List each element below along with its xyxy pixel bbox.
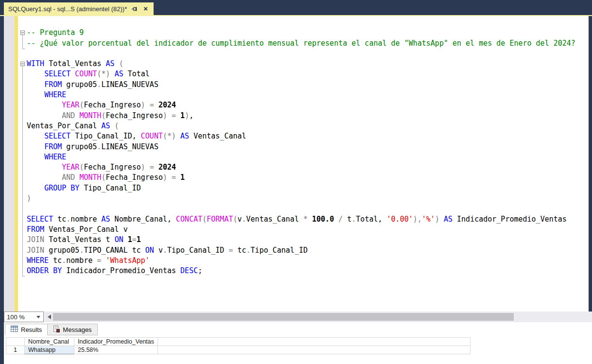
chevron-down-icon[interactable] xyxy=(36,316,40,318)
pin-icon[interactable] xyxy=(131,5,138,13)
code-line[interactable] xyxy=(27,204,589,214)
fold-end-tick xyxy=(22,276,25,277)
code-line[interactable]: SELECT Tipo_Canal_ID, COUNT(*) AS Ventas… xyxy=(27,131,589,141)
track-changes-bar xyxy=(15,16,18,312)
code-line[interactable]: AND MONTH(Fecha_Ingreso) = 1), xyxy=(27,111,589,121)
fold-guide-line xyxy=(22,35,23,49)
column-header-indicador[interactable]: Indicador_Promedio_Ventas xyxy=(74,338,158,346)
code-line[interactable]: Ventas_Por_Canal AS ( xyxy=(27,121,589,131)
code-line[interactable]: JOIN grupo05.TIPO_CANAL tc ON v.Tipo_Can… xyxy=(27,245,589,256)
cell-filler xyxy=(158,346,470,354)
code-line[interactable]: ) xyxy=(27,193,589,204)
code-line[interactable]: FROM grupo05.LINEAS_NUEVAS xyxy=(27,80,589,90)
code-line[interactable]: JOIN Total_Ventas t ON 1=1 xyxy=(27,235,589,245)
scroll-left-arrow-icon[interactable] xyxy=(45,312,53,322)
tab-results[interactable]: Results xyxy=(5,324,48,335)
code-line[interactable]: -- ¿Qué valor porcentual del indicador d… xyxy=(27,38,589,49)
collapse-minus-icon[interactable] xyxy=(20,62,25,66)
results-grid: Nombre_Canal Indicador_Promedio_Ventas 1… xyxy=(6,337,470,354)
sql-editor: -- Pregunta 9-- ¿Qué valor porcentual de… xyxy=(4,16,589,312)
zoom-level-label: 100 % xyxy=(7,313,25,321)
tab-results-label: Results xyxy=(21,326,42,333)
results-pane: Results Messages Nombre_Canal Indicador_… xyxy=(4,322,592,364)
close-icon[interactable]: × xyxy=(142,5,149,13)
code-surface[interactable]: -- Pregunta 9-- ¿Qué valor porcentual de… xyxy=(18,16,589,312)
document-tab-bar: SQLQuery1.sql - sql...S (adminentel (82)… xyxy=(0,0,592,15)
code-line[interactable]: GROUP BY Tipo_Canal_ID xyxy=(27,183,589,193)
code-line[interactable]: FROM grupo05.LINEAS_NUEVAS xyxy=(27,142,589,152)
code-line[interactable]: WHERE xyxy=(27,152,589,162)
document-tab[interactable]: SQLQuery1.sql - sql...S (adminentel (82)… xyxy=(4,2,154,15)
code-line[interactable] xyxy=(27,49,589,59)
cell-indicador-promedio-ventas[interactable]: 25.58% xyxy=(74,346,158,354)
zoom-combo[interactable]: 100 % xyxy=(4,312,44,322)
cell-nombre-canal[interactable]: Whatsapp xyxy=(25,346,74,354)
column-header-nombre-canal[interactable]: Nombre_Canal xyxy=(25,338,74,346)
code-line[interactable]: WITH Total_Ventas AS ( xyxy=(27,59,589,69)
code-line[interactable]: YEAR(Fecha_Ingreso) = 2024 xyxy=(27,162,589,173)
editor-bottom-bar: 100 % xyxy=(4,312,592,322)
horizontal-scrollbar-thumb[interactable] xyxy=(53,313,514,321)
results-tab-strip: Results Messages xyxy=(5,324,98,335)
code-line[interactable]: YEAR(Fecha_Ingreso) = 2024 xyxy=(27,100,589,110)
collapse-minus-icon[interactable] xyxy=(20,31,25,35)
tab-messages-label: Messages xyxy=(63,326,91,333)
document-tab-title: SQLQuery1.sql - sql...S (adminentel (82)… xyxy=(8,5,127,13)
code-line[interactable]: -- Pregunta 9 xyxy=(27,28,589,38)
results-grid-header-row: Nombre_Canal Indicador_Promedio_Ventas xyxy=(6,338,470,346)
code-line[interactable]: FROM Ventas_Por_Canal v xyxy=(27,225,589,235)
results-grid-icon xyxy=(11,326,18,333)
code-line[interactable]: AND MONTH(Fecha_Ingreso) = 1 xyxy=(27,173,589,183)
row-number-cell[interactable]: 1 xyxy=(6,346,25,354)
fold-end-tick xyxy=(22,49,25,49)
code-line[interactable] xyxy=(27,17,589,28)
code-lines: -- Pregunta 9-- ¿Qué valor porcentual de… xyxy=(18,16,589,276)
table-row: 1 Whatsapp 25.58% xyxy=(6,346,470,354)
fold-guide-line xyxy=(22,66,23,276)
horizontal-scrollbar[interactable] xyxy=(45,312,592,322)
column-header-filler xyxy=(158,338,470,346)
messages-icon xyxy=(53,326,60,334)
code-line[interactable]: SELECT COUNT(*) AS Total xyxy=(27,69,589,79)
code-line[interactable]: WHERE xyxy=(27,90,589,100)
code-line[interactable]: SELECT tc.nombre AS Nombre_Canal, CONCAT… xyxy=(27,214,589,225)
code-line[interactable]: ORDER BY Indicador_Promedio_Ventas DESC; xyxy=(27,266,589,276)
row-number-header[interactable] xyxy=(6,338,25,346)
editor-indicator-margin[interactable] xyxy=(4,16,15,312)
code-line[interactable]: WHERE tc.nombre = 'WhatsApp' xyxy=(27,256,589,266)
tab-messages[interactable]: Messages xyxy=(48,324,97,335)
